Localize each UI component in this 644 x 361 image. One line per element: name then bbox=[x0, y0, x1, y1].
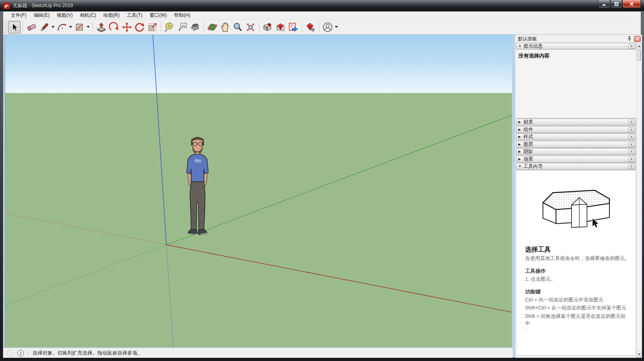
arc-tool-dropdown[interactable] bbox=[68, 21, 73, 34]
rectangle-tool-dropdown[interactable] bbox=[86, 21, 91, 34]
section-close-icon[interactable]: ✕ bbox=[628, 120, 634, 125]
text-icon: A1 bbox=[177, 22, 188, 32]
section-label: 工具向导 bbox=[523, 163, 543, 170]
tape-measure-icon bbox=[164, 22, 175, 32]
pin-icon[interactable] bbox=[627, 36, 632, 42]
sky bbox=[5, 35, 512, 93]
instructor-key-shift: Shift = 切换选择某个图元是否在选定的图元组中 bbox=[525, 313, 630, 327]
pan-hand-icon bbox=[220, 22, 230, 32]
text-tool-button[interactable]: A1 bbox=[176, 21, 189, 34]
section-layers[interactable]: ▶ 图层 ✕ bbox=[516, 141, 636, 148]
move-tool-button[interactable] bbox=[121, 21, 133, 34]
triangle-right-icon: ▶ bbox=[518, 150, 523, 153]
section-instructor[interactable]: ▼ 工具向导 ✕ bbox=[516, 163, 636, 170]
entity-info-content: 没有选择内容 bbox=[516, 50, 636, 118]
section-styles[interactable]: ▶ 样式 ✕ bbox=[516, 133, 636, 140]
section-components[interactable]: ▶ 组件 ✕ bbox=[516, 126, 636, 133]
scale-figure-person[interactable] bbox=[181, 135, 214, 238]
menu-view[interactable]: 视图(V) bbox=[53, 11, 76, 20]
orbit-tool-button[interactable] bbox=[206, 21, 219, 34]
window-title: 无标题 - SketchUp Pro 2019 bbox=[13, 2, 73, 9]
instructor-operations-heading: 工具操作 bbox=[525, 268, 630, 275]
toolbar-grip[interactable] bbox=[5, 21, 7, 33]
rotate-icon bbox=[134, 22, 145, 32]
arc-tool-button[interactable] bbox=[55, 21, 68, 34]
section-label: 场景 bbox=[523, 156, 533, 163]
section-close-icon[interactable]: ✕ bbox=[628, 164, 634, 169]
section-shadows[interactable]: ▶ 阴影 ✕ bbox=[516, 148, 636, 155]
modeling-viewport[interactable] bbox=[5, 35, 512, 347]
push-pull-tool-button[interactable] bbox=[95, 21, 108, 34]
section-entity-info[interactable]: ▼ 图元信息 ✕ bbox=[516, 43, 636, 50]
titlebar[interactable]: 无标题 - SketchUp Pro 2019 bbox=[0, 0, 644, 11]
menu-draw[interactable]: 绘图(R) bbox=[100, 11, 123, 20]
section-label: 样式 bbox=[523, 133, 533, 140]
zoom-tool-button[interactable] bbox=[231, 21, 244, 34]
tray-scrollbar[interactable] bbox=[636, 43, 642, 358]
maximize-button[interactable] bbox=[610, 0, 622, 8]
minimize-button[interactable] bbox=[598, 0, 610, 8]
scale-icon bbox=[147, 22, 158, 32]
send-to-layout-button[interactable] bbox=[287, 21, 300, 34]
tray-close-button[interactable]: ✕ bbox=[634, 36, 641, 42]
sketchup-logo-icon bbox=[3, 2, 10, 9]
instructor-key-shift-ctrl: Shift+Ctrl = 从一组选定的图元中去掉某个图元 bbox=[525, 304, 630, 311]
geolocation-icon[interactable]: ◌ bbox=[7, 350, 14, 357]
account-button[interactable] bbox=[321, 21, 334, 34]
extension-manager-button[interactable] bbox=[304, 21, 317, 34]
tray-header: 默认面板 ✕ bbox=[515, 35, 642, 43]
section-materials[interactable]: ▶ 材质 ✕ bbox=[516, 119, 636, 125]
credits-icon[interactable]: i bbox=[17, 350, 24, 357]
pan-tool-button[interactable] bbox=[219, 21, 231, 34]
close-button[interactable] bbox=[622, 0, 641, 8]
triangle-right-icon: ▶ bbox=[518, 120, 523, 124]
section-close-icon[interactable]: ✕ bbox=[628, 127, 634, 132]
offset-tool-button[interactable] bbox=[108, 21, 121, 34]
line-tool-dropdown[interactable] bbox=[51, 21, 55, 34]
zoom-icon bbox=[233, 22, 243, 32]
menu-tools[interactable]: 工具(T) bbox=[123, 11, 146, 20]
section-close-icon[interactable]: ✕ bbox=[628, 149, 634, 154]
scale-tool-button[interactable] bbox=[146, 21, 159, 34]
scroll-down-icon[interactable] bbox=[637, 351, 641, 357]
rectangle-icon bbox=[74, 22, 85, 32]
3d-warehouse-icon bbox=[263, 22, 273, 32]
3d-warehouse-button[interactable] bbox=[261, 21, 274, 34]
section-close-icon[interactable]: ✕ bbox=[628, 44, 634, 49]
statusbar-separator: | bbox=[28, 350, 29, 356]
rotate-tool-button[interactable] bbox=[133, 21, 146, 34]
tape-measure-tool-button[interactable] bbox=[163, 21, 176, 34]
rectangle-tool-button[interactable] bbox=[73, 21, 86, 34]
triangle-right-icon: ▶ bbox=[518, 157, 523, 161]
send-to-layout-icon bbox=[288, 22, 298, 32]
extension-warehouse-button[interactable] bbox=[274, 21, 287, 34]
menu-window[interactable]: 窗口(W) bbox=[146, 11, 170, 20]
triangle-right-icon: ▶ bbox=[518, 135, 523, 139]
scroll-up-icon[interactable] bbox=[637, 43, 641, 49]
default-tray: 默认面板 ✕ ▼ 图元信息 ✕ 没有选择内容 bbox=[515, 35, 642, 358]
section-close-icon[interactable]: ✕ bbox=[628, 142, 634, 147]
menu-camera[interactable]: 相机(C) bbox=[76, 11, 100, 20]
statusbar: ◌ i | 选择对象。切换到扩充选择。拖动鼠标选择多项。 bbox=[3, 348, 513, 358]
menu-file[interactable]: 文件(F) bbox=[7, 11, 30, 20]
zoom-extents-icon bbox=[245, 22, 256, 32]
section-scenes[interactable]: ▶ 场景 ✕ bbox=[516, 156, 636, 163]
account-icon bbox=[322, 22, 333, 33]
scrollbar-thumb[interactable] bbox=[637, 50, 641, 61]
section-close-icon[interactable]: ✕ bbox=[628, 135, 634, 139]
section-label: 材质 bbox=[523, 119, 533, 125]
main-area: ◌ i | 选择对象。切换到扩充选择。拖动鼠标选择多项。 默认面板 ✕ bbox=[3, 35, 641, 357]
account-dropdown[interactable] bbox=[334, 21, 339, 34]
line-tool-button[interactable] bbox=[38, 21, 51, 34]
triangle-right-icon: ▶ bbox=[518, 128, 523, 131]
client-area: 文件(F) 编辑(E) 视图(V) 相机(C) 绘图(R) 工具(T) 窗口(W… bbox=[3, 11, 641, 358]
section-close-icon[interactable]: ✕ bbox=[628, 157, 634, 162]
paint-bucket-tool-button[interactable] bbox=[189, 21, 201, 34]
menu-edit[interactable]: 编辑(E) bbox=[30, 11, 53, 20]
toolbar-separator bbox=[259, 22, 259, 33]
menu-help[interactable]: 帮助(H) bbox=[170, 11, 194, 20]
select-tool-button[interactable] bbox=[8, 21, 21, 34]
eraser-tool-button[interactable] bbox=[25, 21, 38, 34]
instructor-key-ctrl: Ctrl = 向一组选定的图元中添加图元 bbox=[525, 296, 630, 303]
zoom-extents-tool-button[interactable] bbox=[244, 21, 257, 34]
